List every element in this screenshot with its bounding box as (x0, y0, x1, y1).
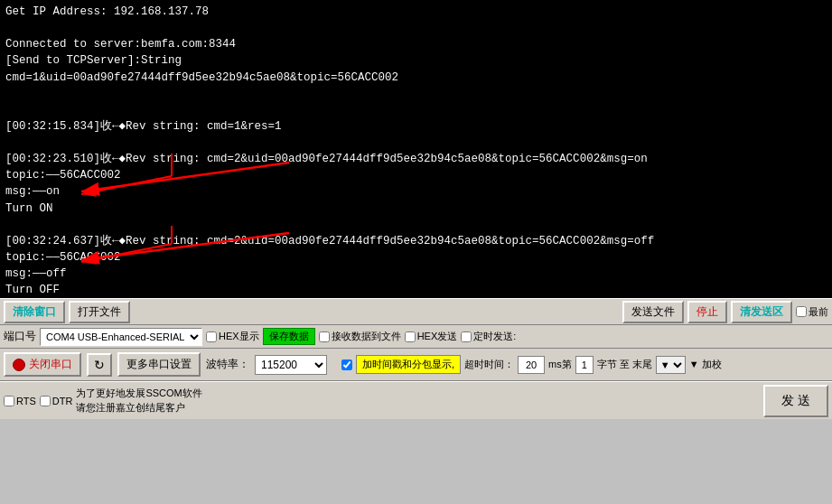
terminal-output: Get IP Address: 192.168.137.78 Connected… (0, 0, 832, 298)
toolbar-row1: 清除窗口 打开文件 发送文件 停止 清发送区 最前 (0, 298, 832, 325)
stop-button[interactable]: 停止 (687, 301, 727, 323)
toolbar-row3: 关闭串口 ↻ 更多串口设置 波特率： 115200 9600 19200 384… (0, 349, 832, 381)
timestamp-button[interactable]: 加时间戳和分包显示, (356, 355, 461, 374)
toolbar3-right: 加时间戳和分包显示, 超时时间： ms第 字节 至 末尾 ▼ ▼ 加校 (341, 355, 722, 374)
hex-send-checkbox[interactable] (405, 331, 416, 342)
send-button[interactable]: 发 送 (763, 385, 828, 417)
hex-display-checkbox[interactable] (206, 331, 217, 342)
terminal-line (5, 20, 827, 36)
recv-to-file-checkbox[interactable] (319, 331, 330, 342)
clear-send-button[interactable]: 清发送区 (731, 301, 792, 323)
terminal-line: [Send to TCPServer]:String (5, 52, 827, 69)
clear-window-button[interactable]: 清除窗口 (4, 301, 65, 323)
port-status-indicator (13, 359, 25, 371)
byte-label: 字节 至 末尾 (597, 358, 652, 371)
timeout-input[interactable] (518, 356, 545, 374)
terminal-line (5, 102, 827, 118)
timed-send-label: 定时发送: (461, 330, 516, 343)
timeout-label: 超时时间： (464, 358, 514, 371)
dtr-checkbox[interactable] (40, 396, 51, 406)
port-select[interactable]: COM4 USB-Enhanced-SERIAL C... (40, 328, 202, 346)
rts-checkbox[interactable] (4, 396, 14, 406)
last-checkbox[interactable] (796, 306, 807, 317)
save-data-button[interactable]: 保存数据 (263, 328, 315, 345)
terminal-line: msg:——on (5, 183, 827, 200)
terminal-line: Connected to server:bemfa.com:8344 (5, 36, 827, 52)
byte-end-select[interactable]: ▼ (656, 356, 686, 374)
terminal-line: topic:——56CACC002 (5, 249, 827, 266)
timestamp-check-label (341, 359, 352, 370)
close-port-button[interactable]: 关闭串口 (4, 352, 81, 377)
terminal-line: [00:32:23.510]收←◆Rev string: cmd=2&uid=0… (5, 151, 827, 167)
terminal-line: msg:——off (5, 266, 827, 282)
rts-dtr-section: RTS DTR (4, 396, 72, 406)
terminal-line (5, 217, 827, 233)
toolbar-row2: 端口号 COM4 USB-Enhanced-SERIAL C... HEX显示 … (0, 325, 832, 349)
terminal-line (5, 86, 827, 102)
port-label: 端口号 (4, 329, 36, 344)
terminal-line: Turn ON (5, 201, 827, 217)
ms-label: ms第 (548, 358, 572, 371)
recv-to-file-label: 接收数据到文件 (319, 330, 401, 343)
dtr-label: DTR (40, 396, 73, 406)
toolbar-row4: RTS DTR 为了更好地发展SSCOM软件 请您注册嘉立创结尾客户 发 送 (0, 381, 832, 419)
timestamp-checkbox[interactable] (341, 359, 352, 370)
open-file-button[interactable]: 打开文件 (69, 301, 130, 323)
hex-display-label: HEX显示 (206, 330, 259, 343)
terminal-line: [00:32:24.637]收←◆Rev string: cmd=2&uid=0… (5, 233, 827, 249)
last-checkbox-label: 最前 (796, 305, 828, 319)
more-settings-button[interactable]: 更多串口设置 (117, 352, 201, 377)
terminal-line: [00:32:15.834]收←◆Rev string: cmd=1&res=1 (5, 118, 827, 135)
terminal-line: Turn OFF (5, 282, 827, 298)
terminal-line (5, 135, 827, 151)
baud-label: 波特率： (206, 357, 249, 372)
baud-select[interactable]: 115200 9600 19200 38400 57600 (255, 355, 327, 375)
byte-input[interactable] (575, 356, 594, 374)
hex-send-label: HEX发送 (405, 330, 458, 343)
send-file-button[interactable]: 发送文件 (622, 301, 684, 323)
refresh-button[interactable]: ↻ (87, 353, 112, 377)
terminal-line: topic:——56CACC002 (5, 167, 827, 183)
rts-label: RTS (4, 396, 36, 406)
timed-send-checkbox[interactable] (461, 331, 472, 342)
promo-text: 为了更好地发展SSCOM软件 请您注册嘉立创结尾客户 (76, 387, 201, 415)
terminal-line: Get IP Address: 192.168.137.78 (5, 4, 827, 20)
terminal-line: cmd=1&uid=00ad90fe27444dff9d5ee32b94c5ae… (5, 70, 827, 86)
checksum-label: ▼ 加校 (689, 358, 722, 371)
